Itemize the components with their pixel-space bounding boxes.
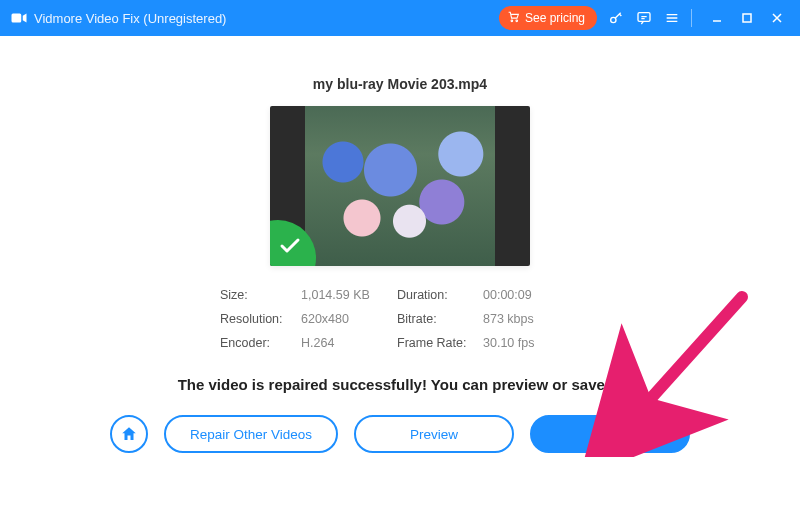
action-bar: Repair Other Videos Preview Save xyxy=(110,415,690,453)
see-pricing-label: See pricing xyxy=(525,11,585,25)
svg-point-1 xyxy=(511,20,513,22)
titlebar-tools xyxy=(607,9,681,27)
size-label: Size: xyxy=(220,288,295,302)
home-icon xyxy=(120,425,138,443)
thumbnail-image xyxy=(305,106,495,266)
resolution-label: Resolution: xyxy=(220,312,295,326)
framerate-label: Frame Rate: xyxy=(397,336,477,350)
encoder-label: Encoder: xyxy=(220,336,295,350)
minimize-button[interactable] xyxy=(702,0,732,36)
window-controls xyxy=(702,0,792,36)
home-button[interactable] xyxy=(110,415,148,453)
main-content: my blu-ray Movie 203.mp4 Size: 1,014.59 … xyxy=(0,36,800,515)
framerate-value: 30.10 fps xyxy=(483,336,568,350)
titlebar-separator xyxy=(691,9,692,27)
preview-button[interactable]: Preview xyxy=(354,415,514,453)
svg-rect-5 xyxy=(743,14,751,22)
video-thumbnail xyxy=(270,106,530,266)
svg-rect-0 xyxy=(12,14,22,23)
bitrate-value: 873 kbps xyxy=(483,312,568,326)
feedback-icon[interactable] xyxy=(635,9,653,27)
maximize-button[interactable] xyxy=(732,0,762,36)
key-icon[interactable] xyxy=(607,9,625,27)
file-name: my blu-ray Movie 203.mp4 xyxy=(313,76,487,92)
resolution-value: 620x480 xyxy=(301,312,391,326)
cart-icon xyxy=(507,10,520,26)
save-button[interactable]: Save xyxy=(530,415,690,453)
svg-point-2 xyxy=(516,20,518,22)
duration-label: Duration: xyxy=(397,288,477,302)
encoder-value: H.264 xyxy=(301,336,391,350)
repair-other-videos-button[interactable]: Repair Other Videos xyxy=(164,415,338,453)
bitrate-label: Bitrate: xyxy=(397,312,477,326)
status-message: The video is repaired successfully! You … xyxy=(178,376,623,393)
see-pricing-button[interactable]: See pricing xyxy=(499,6,597,30)
titlebar: Vidmore Video Fix (Unregistered) See pri… xyxy=(0,0,800,36)
app-title: Vidmore Video Fix (Unregistered) xyxy=(34,11,226,26)
svg-point-3 xyxy=(611,17,616,22)
menu-icon[interactable] xyxy=(663,9,681,27)
check-icon xyxy=(278,234,302,258)
size-value: 1,014.59 KB xyxy=(301,288,391,302)
app-window: Vidmore Video Fix (Unregistered) See pri… xyxy=(0,0,800,515)
app-logo-icon xyxy=(10,9,28,27)
duration-value: 00:00:09 xyxy=(483,288,568,302)
close-button[interactable] xyxy=(762,0,792,36)
video-metadata: Size: 1,014.59 KB Duration: 00:00:09 Res… xyxy=(220,288,580,350)
